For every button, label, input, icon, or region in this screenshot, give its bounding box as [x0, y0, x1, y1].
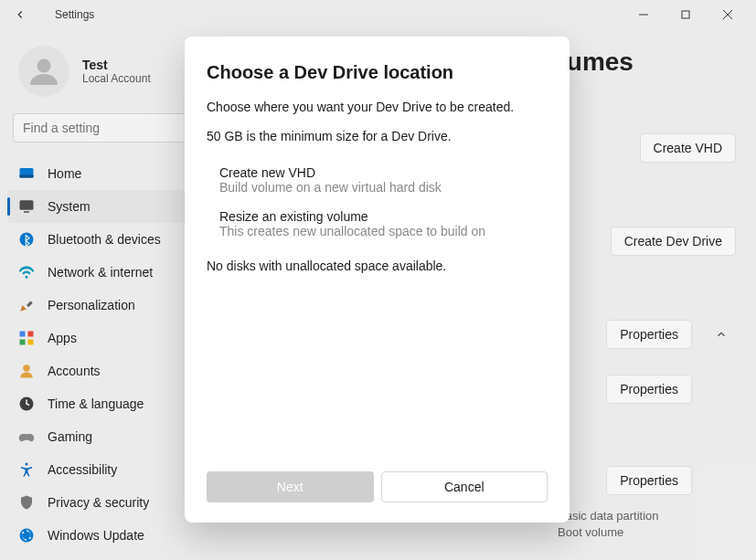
option-title: Resize an existing volume [219, 209, 548, 224]
option-resize-volume[interactable]: Resize an existing volume This creates n… [207, 202, 548, 246]
next-button[interactable]: Next [207, 471, 374, 502]
dialog-title: Choose a Dev Drive location [207, 62, 548, 83]
option-create-vhd[interactable]: Create new VHD Build volume on a new vir… [207, 158, 548, 202]
option-subtitle: This creates new unallocated space to bu… [219, 224, 548, 238]
no-disks-message: No disks with unallocated space availabl… [207, 259, 548, 273]
option-title: Create new VHD [219, 165, 548, 180]
dialog-paragraph-1: Choose where you want your Dev Drive to … [207, 100, 548, 114]
dialog-paragraph-2: 50 GB is the minimum size for a Dev Driv… [207, 129, 548, 143]
option-subtitle: Build volume on a new virtual hard disk [219, 180, 548, 195]
dev-drive-dialog: Choose a Dev Drive location Choose where… [185, 37, 570, 523]
cancel-button[interactable]: Cancel [381, 471, 548, 502]
